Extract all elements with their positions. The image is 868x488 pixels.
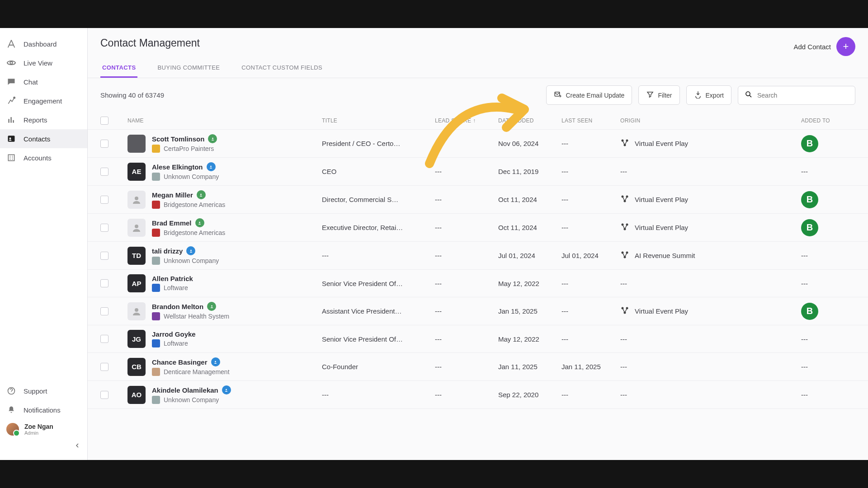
contact-name: Megan Miller bbox=[152, 191, 193, 199]
company-logo-icon bbox=[152, 145, 160, 153]
avatar: CB bbox=[127, 358, 146, 376]
row-checkbox[interactable] bbox=[100, 391, 108, 399]
origin: --- bbox=[620, 335, 801, 343]
last-seen: --- bbox=[561, 224, 620, 231]
company-logo-icon bbox=[152, 229, 160, 237]
svg-point-36 bbox=[226, 389, 227, 390]
create-email-update-button[interactable]: Create Email Update bbox=[546, 85, 632, 105]
svg-point-22 bbox=[199, 221, 200, 223]
filter-button[interactable]: Filter bbox=[638, 85, 679, 105]
table-header: NAME TITLE LEAD SCORE ↑ DATE ADDED LAST … bbox=[88, 112, 868, 130]
table-row[interactable]: AOAkindele OlamilekanUnknown Company----… bbox=[88, 381, 868, 409]
table-row[interactable]: APAllen PatrickLoftwareSenior Vice Presi… bbox=[88, 270, 868, 297]
search-input-wrapper[interactable] bbox=[738, 86, 855, 105]
row-checkbox[interactable] bbox=[100, 335, 108, 343]
row-checkbox[interactable] bbox=[100, 279, 108, 287]
avatar bbox=[127, 191, 146, 209]
nav-support[interactable]: Support bbox=[0, 381, 87, 400]
nav-contacts[interactable]: Contacts bbox=[0, 129, 87, 148]
nav-label: Contacts bbox=[24, 135, 50, 143]
svg-point-26 bbox=[190, 249, 192, 251]
tab-contact-custom-fields[interactable]: CONTACT CUSTOM FIELDS bbox=[240, 59, 324, 78]
table-row[interactable]: Megan MillerBridgestone AmericasDirector… bbox=[88, 186, 868, 214]
export-button[interactable]: Export bbox=[686, 85, 731, 105]
contact-title: President / CEO - Certo… bbox=[322, 140, 435, 147]
col-name[interactable]: NAME bbox=[127, 117, 322, 124]
col-last-seen[interactable]: LAST SEEN bbox=[561, 117, 620, 124]
table-row[interactable]: Brandon MeltonWellstar Health SystemAssi… bbox=[88, 297, 868, 325]
col-lead-score[interactable]: LEAD SCORE ↑ bbox=[435, 117, 498, 124]
contact-title: Assistant Vice President… bbox=[322, 307, 435, 315]
added-to: B bbox=[801, 135, 855, 152]
table-row[interactable]: CBChance BasingerDenticare ManagementCo-… bbox=[88, 353, 868, 381]
company-logo-icon bbox=[152, 173, 160, 181]
nav-engagement[interactable]: Engagement bbox=[0, 91, 87, 110]
company-name: CertaPro Painters bbox=[164, 145, 214, 152]
contact-title: Executive Director, Retai… bbox=[322, 224, 435, 231]
date-added: Dec 11, 2019 bbox=[498, 168, 561, 175]
nav-reports[interactable]: Reports bbox=[0, 110, 87, 129]
avatar: TD bbox=[127, 247, 146, 265]
bell-icon bbox=[6, 405, 16, 415]
col-origin[interactable]: ORIGIN bbox=[620, 117, 801, 124]
contact-name: Allen Patrick bbox=[152, 275, 193, 282]
lead-score: --- bbox=[435, 140, 498, 147]
date-added: May 12, 2022 bbox=[498, 335, 561, 343]
nav-chat[interactable]: Chat bbox=[0, 72, 87, 91]
row-checkbox[interactable] bbox=[100, 307, 108, 315]
row-checkbox[interactable] bbox=[100, 363, 108, 371]
search-input[interactable] bbox=[757, 92, 849, 99]
row-checkbox[interactable] bbox=[100, 140, 108, 148]
nav-label: Accounts bbox=[24, 154, 52, 162]
nav-accounts[interactable]: Accounts bbox=[0, 148, 87, 167]
svg-rect-2 bbox=[8, 119, 9, 122]
user-menu[interactable]: Zoe Ngan Admin bbox=[0, 419, 87, 439]
svg-point-0 bbox=[10, 61, 13, 64]
type-badge-icon bbox=[211, 357, 220, 366]
last-seen: --- bbox=[561, 391, 620, 399]
origin-icon bbox=[620, 194, 629, 205]
tab-contacts[interactable]: CONTACTS bbox=[100, 59, 137, 78]
added-to: --- bbox=[801, 391, 855, 399]
company-logo-icon bbox=[152, 257, 160, 265]
table-row[interactable]: JGJarrod GoykeLoftwareSenior Vice Presid… bbox=[88, 325, 868, 353]
table-row[interactable]: Scott TomlinsonCertaPro PaintersPresiden… bbox=[88, 130, 868, 158]
last-seen: Jan 11, 2025 bbox=[561, 363, 620, 371]
company-name: Unknown Company bbox=[164, 173, 219, 180]
row-checkbox[interactable] bbox=[100, 252, 108, 260]
search-icon bbox=[745, 90, 753, 100]
nav-dashboard[interactable]: Dashboard bbox=[0, 34, 87, 53]
select-all-checkbox[interactable] bbox=[100, 117, 108, 125]
collapse-sidebar-button[interactable] bbox=[0, 439, 87, 451]
nav-notifications[interactable]: Notifications bbox=[0, 400, 87, 419]
row-checkbox[interactable] bbox=[100, 224, 108, 232]
row-checkbox[interactable] bbox=[100, 196, 108, 204]
lead-score: --- bbox=[435, 168, 498, 175]
user-name: Zoe Ngan bbox=[24, 423, 53, 430]
tabs: CONTACTS BUYING COMMITTEE CONTACT CUSTOM… bbox=[88, 59, 868, 78]
nav-live-view[interactable]: Live View bbox=[0, 53, 87, 72]
table-row[interactable]: TDtali drizzyUnknown Company------Jul 01… bbox=[88, 242, 868, 270]
add-contact-button[interactable]: + bbox=[836, 37, 855, 56]
avatar bbox=[6, 423, 19, 436]
avatar bbox=[127, 135, 146, 153]
table-row[interactable]: AEAlese ElkingtonUnknown CompanyCEO---De… bbox=[88, 158, 868, 186]
contact-title: Senior Vice President Of… bbox=[322, 335, 435, 343]
origin: --- bbox=[620, 363, 801, 371]
email-icon bbox=[554, 90, 562, 100]
type-badge-icon bbox=[207, 162, 216, 171]
showing-count: Showing 40 of 63749 bbox=[100, 91, 164, 99]
added-to: --- bbox=[801, 335, 855, 343]
col-date-added[interactable]: DATE ADDED bbox=[498, 117, 561, 124]
col-title[interactable]: TITLE bbox=[322, 117, 435, 124]
help-icon bbox=[6, 386, 16, 396]
origin: Virtual Event Play bbox=[620, 138, 801, 149]
row-checkbox[interactable] bbox=[100, 168, 108, 176]
company-logo-icon bbox=[152, 312, 160, 320]
col-added-to[interactable]: ADDED TO bbox=[801, 117, 855, 124]
tab-buying-committee[interactable]: BUYING COMMITTEE bbox=[156, 59, 222, 78]
origin: --- bbox=[620, 168, 801, 175]
added-to: B bbox=[801, 219, 855, 236]
contact-title: Co-Founder bbox=[322, 363, 435, 371]
table-row[interactable]: Brad EmmelBridgestone AmericasExecutive … bbox=[88, 214, 868, 242]
